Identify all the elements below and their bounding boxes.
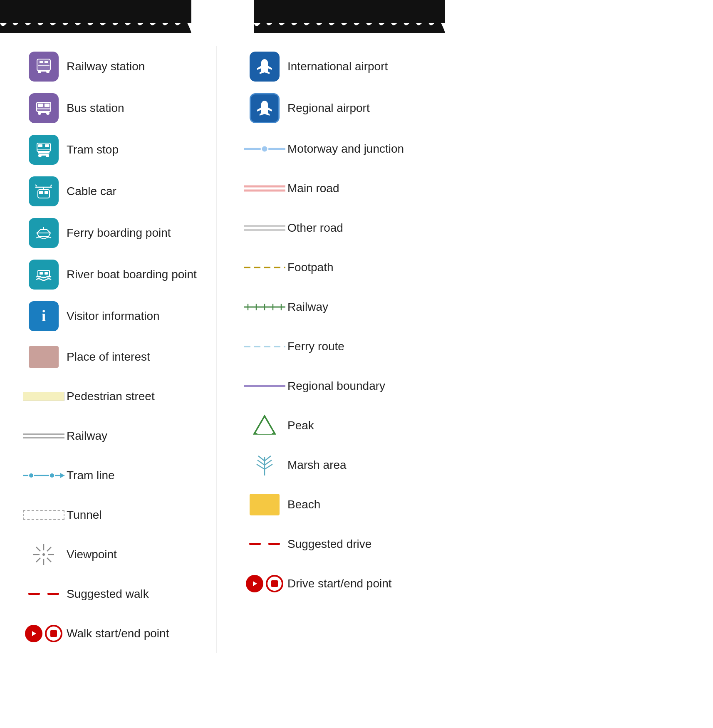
svg-line-67 [258, 456, 265, 461]
legend-item-marsh: Marsh area [238, 445, 428, 485]
legend-item-ferry-boarding: Ferry boarding point [17, 212, 208, 254]
drive-play-icon [246, 575, 263, 592]
legend-item-motorway: Motorway and junction [238, 129, 428, 168]
drive-endpoints-icon [246, 575, 283, 592]
svg-rect-5 [38, 65, 50, 66]
svg-line-72 [265, 464, 272, 469]
regional-boundary-icon [244, 385, 285, 387]
beach-icon [250, 494, 280, 515]
visitor-info-icon-box: i [21, 301, 67, 331]
walk-endpoints-label: Walk start/end point [67, 626, 169, 641]
beach-label: Beach [287, 498, 320, 512]
tram-stop-icon [29, 135, 59, 165]
svg-rect-15 [40, 111, 48, 113]
railway-ticks-icon-box [242, 302, 287, 312]
suggested-walk-label: Suggested walk [67, 587, 149, 601]
beach-icon-box [242, 494, 287, 515]
svg-line-69 [257, 460, 265, 465]
pedestrian-street-icon [23, 392, 64, 401]
legend-item-walk-endpoints: Walk start/end point [17, 614, 208, 653]
svg-line-44 [36, 547, 40, 551]
marsh-icon-box [242, 453, 287, 478]
ferry-boarding-label: Ferry boarding point [67, 226, 171, 240]
tunnel-label: Tunnel [67, 508, 102, 522]
legend-item-railway-station: Railway station [17, 46, 208, 87]
drive-endpoints-label: Drive start/end point [287, 577, 392, 591]
bus-station-icon [29, 93, 59, 123]
railway-line-label: Railway [67, 429, 107, 443]
viewpoint-icon-box [21, 542, 67, 567]
poi-label: Place of interest [67, 350, 150, 364]
walk-play-icon [25, 625, 42, 642]
intl-airport-icon [250, 52, 280, 82]
svg-rect-12 [37, 108, 51, 109]
ferry-route-icon [244, 344, 285, 349]
left-decoration [0, 0, 191, 33]
svg-rect-3 [40, 61, 43, 63]
motorway-label: Motorway and junction [287, 142, 404, 156]
railway-ticks-icon [244, 302, 285, 312]
regional-boundary-icon-box [242, 385, 287, 387]
svg-rect-27 [39, 191, 43, 194]
svg-point-38 [50, 473, 54, 478]
river-boat-icon-box [21, 260, 67, 290]
legend-item-river-boat: River boat boarding point [17, 254, 208, 295]
legend-item-peak: Peak [238, 406, 428, 445]
svg-point-37 [29, 473, 34, 478]
pedestrian-street-label: Pedestrian street [67, 389, 155, 404]
svg-marker-49 [32, 631, 36, 636]
right-decoration [254, 0, 445, 33]
svg-rect-0 [0, 0, 191, 23]
regional-airport-icon-box [242, 93, 287, 123]
intl-airport-label: International airport [287, 59, 388, 74]
other-road-icon-box [242, 224, 287, 232]
ferry-boarding-icon [29, 218, 59, 248]
river-boat-label: River boat boarding point [67, 267, 197, 282]
peak-label: Peak [287, 418, 314, 433]
legend-item-suggested-drive: Suggested drive [238, 524, 428, 564]
svg-point-51 [261, 146, 268, 152]
footpath-icon-box [242, 265, 287, 270]
railway-line-icon [23, 433, 64, 438]
viewpoint-icon [31, 542, 56, 567]
tram-line-label: Tram line [67, 468, 115, 483]
tram-stop-icon-box [21, 135, 67, 165]
ferry-boarding-icon-box [21, 218, 67, 248]
footpath-label: Footpath [287, 260, 334, 275]
legend-item-drive-endpoints: Drive start/end point [238, 564, 428, 603]
legend-item-viewpoint: Viewpoint [17, 535, 208, 574]
legend-item-tunnel: Tunnel [17, 495, 208, 535]
suggested-walk-icon [28, 593, 59, 595]
main-road-icon-box [242, 184, 287, 193]
svg-line-45 [47, 558, 51, 562]
svg-line-71 [257, 464, 265, 469]
svg-rect-19 [37, 149, 50, 150]
legend-item-poi: Place of interest [17, 337, 208, 376]
svg-rect-1 [254, 0, 445, 23]
bus-station-icon-box [21, 93, 67, 123]
svg-line-46 [47, 547, 51, 551]
svg-point-48 [42, 553, 45, 556]
walk-stop-icon [45, 625, 62, 642]
svg-rect-10 [38, 104, 43, 107]
svg-line-29 [35, 185, 37, 186]
poi-icon-box [21, 346, 67, 368]
cable-car-label: Cable car [67, 184, 116, 198]
peak-icon [252, 414, 277, 437]
legend-item-footpath: Footpath [238, 248, 428, 287]
ferry-route-icon-box [242, 344, 287, 349]
viewpoint-label: Viewpoint [67, 547, 117, 562]
legend-item-beach: Beach [238, 485, 428, 524]
legend-item-visitor-info: i Visitor information [17, 295, 208, 337]
svg-rect-8 [40, 70, 48, 72]
tram-line-icon-box [21, 470, 67, 480]
legend-item-intl-airport: International airport [238, 46, 428, 87]
poi-icon [29, 346, 59, 368]
legend-item-railway-ticks: Railway [238, 287, 428, 327]
tram-line-icon [23, 470, 64, 480]
svg-rect-23 [40, 154, 47, 156]
footpath-icon [244, 265, 285, 270]
legend-item-tram-stop: Tram stop [17, 129, 208, 171]
svg-rect-33 [40, 272, 43, 275]
cable-car-icon-box [21, 176, 67, 206]
